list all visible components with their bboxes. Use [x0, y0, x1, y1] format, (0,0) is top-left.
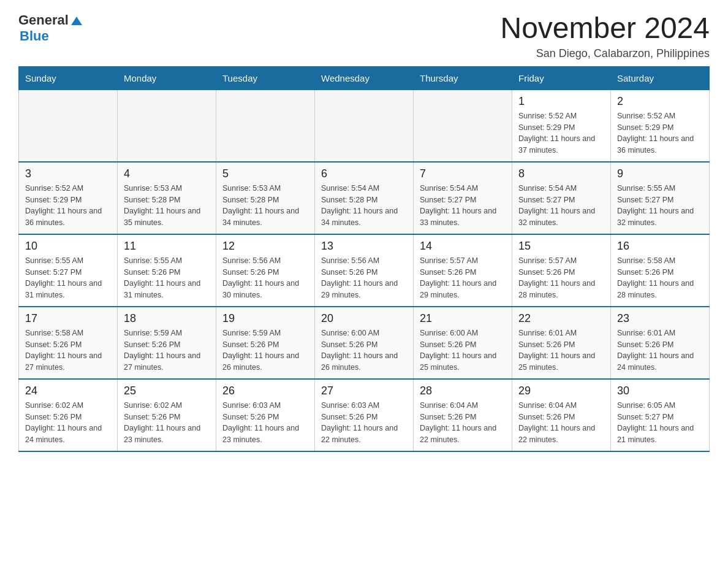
day-info: Sunrise: 5:52 AM Sunset: 5:29 PM Dayligh…	[25, 183, 111, 229]
day-cell	[315, 90, 414, 162]
day-info: Sunrise: 5:54 AM Sunset: 5:28 PM Dayligh…	[321, 183, 407, 229]
col-friday: Friday	[512, 66, 611, 90]
day-cell: 30Sunrise: 6:05 AM Sunset: 5:27 PM Dayli…	[611, 379, 710, 451]
day-info: Sunrise: 6:02 AM Sunset: 5:26 PM Dayligh…	[25, 400, 111, 446]
day-number: 25	[124, 385, 210, 397]
day-cell: 16Sunrise: 5:58 AM Sunset: 5:26 PM Dayli…	[611, 234, 710, 307]
page-header: General Blue November 2024 San Diego, Ca…	[18, 12, 710, 60]
day-info: Sunrise: 5:55 AM Sunset: 5:27 PM Dayligh…	[25, 255, 111, 301]
day-cell: 24Sunrise: 6:02 AM Sunset: 5:26 PM Dayli…	[19, 379, 118, 451]
day-info: Sunrise: 5:56 AM Sunset: 5:26 PM Dayligh…	[321, 255, 407, 301]
day-info: Sunrise: 5:57 AM Sunset: 5:26 PM Dayligh…	[420, 255, 506, 301]
day-number: 28	[420, 385, 506, 397]
day-info: Sunrise: 5:55 AM Sunset: 5:27 PM Dayligh…	[617, 183, 703, 229]
day-number: 27	[321, 385, 407, 397]
week-row-3: 17Sunrise: 5:58 AM Sunset: 5:26 PM Dayli…	[19, 307, 710, 379]
day-number: 24	[25, 385, 111, 397]
day-number: 19	[222, 312, 308, 325]
calendar-header: Sunday Monday Tuesday Wednesday Thursday…	[19, 66, 710, 90]
day-cell	[118, 90, 216, 162]
day-info: Sunrise: 5:56 AM Sunset: 5:26 PM Dayligh…	[222, 255, 308, 301]
day-number: 15	[518, 240, 604, 253]
day-info: Sunrise: 6:04 AM Sunset: 5:26 PM Dayligh…	[420, 400, 506, 446]
day-cell: 3Sunrise: 5:52 AM Sunset: 5:29 PM Daylig…	[19, 162, 118, 234]
day-number: 2	[617, 95, 703, 108]
day-cell: 21Sunrise: 6:00 AM Sunset: 5:26 PM Dayli…	[414, 307, 512, 379]
day-info: Sunrise: 5:53 AM Sunset: 5:28 PM Dayligh…	[222, 183, 308, 229]
day-info: Sunrise: 5:53 AM Sunset: 5:28 PM Dayligh…	[124, 183, 210, 229]
day-number: 13	[321, 240, 407, 253]
day-cell: 15Sunrise: 5:57 AM Sunset: 5:26 PM Dayli…	[512, 234, 611, 307]
day-number: 9	[617, 167, 703, 180]
day-number: 30	[617, 385, 703, 397]
month-title: November 2024	[500, 12, 710, 45]
day-cell: 1Sunrise: 5:52 AM Sunset: 5:29 PM Daylig…	[512, 90, 611, 162]
day-info: Sunrise: 5:52 AM Sunset: 5:29 PM Dayligh…	[617, 110, 703, 156]
logo-general: General	[18, 12, 69, 28]
day-cell: 2Sunrise: 5:52 AM Sunset: 5:29 PM Daylig…	[611, 90, 710, 162]
day-cell: 14Sunrise: 5:57 AM Sunset: 5:26 PM Dayli…	[414, 234, 512, 307]
day-info: Sunrise: 5:59 AM Sunset: 5:26 PM Dayligh…	[222, 327, 308, 373]
day-number: 16	[617, 240, 703, 253]
day-number: 17	[25, 312, 111, 325]
header-row: Sunday Monday Tuesday Wednesday Thursday…	[19, 66, 710, 90]
day-cell	[216, 90, 315, 162]
day-number: 3	[25, 167, 111, 180]
col-thursday: Thursday	[414, 66, 512, 90]
day-cell: 22Sunrise: 6:01 AM Sunset: 5:26 PM Dayli…	[512, 307, 611, 379]
day-info: Sunrise: 6:03 AM Sunset: 5:26 PM Dayligh…	[321, 400, 407, 446]
day-info: Sunrise: 6:02 AM Sunset: 5:26 PM Dayligh…	[124, 400, 210, 446]
title-area: November 2024 San Diego, Calabarzon, Phi…	[500, 12, 710, 60]
day-info: Sunrise: 5:57 AM Sunset: 5:26 PM Dayligh…	[518, 255, 604, 301]
day-info: Sunrise: 6:01 AM Sunset: 5:26 PM Dayligh…	[617, 327, 703, 373]
day-number: 21	[420, 312, 506, 325]
day-info: Sunrise: 5:58 AM Sunset: 5:26 PM Dayligh…	[617, 255, 703, 301]
day-number: 7	[420, 167, 506, 180]
day-cell: 25Sunrise: 6:02 AM Sunset: 5:26 PM Dayli…	[118, 379, 216, 451]
week-row-4: 24Sunrise: 6:02 AM Sunset: 5:26 PM Dayli…	[19, 379, 710, 451]
day-number: 11	[124, 240, 210, 253]
day-cell: 4Sunrise: 5:53 AM Sunset: 5:28 PM Daylig…	[118, 162, 216, 234]
day-cell: 8Sunrise: 5:54 AM Sunset: 5:27 PM Daylig…	[512, 162, 611, 234]
day-cell: 5Sunrise: 5:53 AM Sunset: 5:28 PM Daylig…	[216, 162, 315, 234]
day-cell: 26Sunrise: 6:03 AM Sunset: 5:26 PM Dayli…	[216, 379, 315, 451]
week-row-2: 10Sunrise: 5:55 AM Sunset: 5:27 PM Dayli…	[19, 234, 710, 307]
day-cell: 19Sunrise: 5:59 AM Sunset: 5:26 PM Dayli…	[216, 307, 315, 379]
day-info: Sunrise: 5:52 AM Sunset: 5:29 PM Dayligh…	[518, 110, 604, 156]
logo: General Blue	[18, 12, 83, 44]
day-cell: 7Sunrise: 5:54 AM Sunset: 5:27 PM Daylig…	[414, 162, 512, 234]
location: San Diego, Calabarzon, Philippines	[500, 47, 710, 60]
day-number: 14	[420, 240, 506, 253]
day-info: Sunrise: 6:00 AM Sunset: 5:26 PM Dayligh…	[420, 327, 506, 373]
day-info: Sunrise: 6:00 AM Sunset: 5:26 PM Dayligh…	[321, 327, 407, 373]
day-number: 5	[222, 167, 308, 180]
day-info: Sunrise: 5:58 AM Sunset: 5:26 PM Dayligh…	[25, 327, 111, 373]
day-number: 18	[124, 312, 210, 325]
day-number: 1	[518, 95, 604, 108]
day-cell: 27Sunrise: 6:03 AM Sunset: 5:26 PM Dayli…	[315, 379, 414, 451]
day-cell: 23Sunrise: 6:01 AM Sunset: 5:26 PM Dayli…	[611, 307, 710, 379]
col-saturday: Saturday	[611, 66, 710, 90]
day-info: Sunrise: 5:54 AM Sunset: 5:27 PM Dayligh…	[420, 183, 506, 229]
day-cell: 29Sunrise: 6:04 AM Sunset: 5:26 PM Dayli…	[512, 379, 611, 451]
col-tuesday: Tuesday	[216, 66, 315, 90]
day-info: Sunrise: 5:59 AM Sunset: 5:26 PM Dayligh…	[124, 327, 210, 373]
day-number: 20	[321, 312, 407, 325]
day-cell	[19, 90, 118, 162]
logo-blue: Blue	[20, 28, 49, 44]
day-cell: 6Sunrise: 5:54 AM Sunset: 5:28 PM Daylig…	[315, 162, 414, 234]
day-number: 22	[518, 312, 604, 325]
day-number: 8	[518, 167, 604, 180]
col-sunday: Sunday	[19, 66, 118, 90]
day-cell: 10Sunrise: 5:55 AM Sunset: 5:27 PM Dayli…	[19, 234, 118, 307]
day-number: 23	[617, 312, 703, 325]
svg-marker-0	[71, 17, 82, 25]
day-cell: 18Sunrise: 5:59 AM Sunset: 5:26 PM Dayli…	[118, 307, 216, 379]
week-row-1: 3Sunrise: 5:52 AM Sunset: 5:29 PM Daylig…	[19, 162, 710, 234]
day-cell: 13Sunrise: 5:56 AM Sunset: 5:26 PM Dayli…	[315, 234, 414, 307]
day-cell: 17Sunrise: 5:58 AM Sunset: 5:26 PM Dayli…	[19, 307, 118, 379]
day-info: Sunrise: 5:54 AM Sunset: 5:27 PM Dayligh…	[518, 183, 604, 229]
day-cell: 28Sunrise: 6:04 AM Sunset: 5:26 PM Dayli…	[414, 379, 512, 451]
day-info: Sunrise: 5:55 AM Sunset: 5:26 PM Dayligh…	[124, 255, 210, 301]
day-number: 29	[518, 385, 604, 397]
